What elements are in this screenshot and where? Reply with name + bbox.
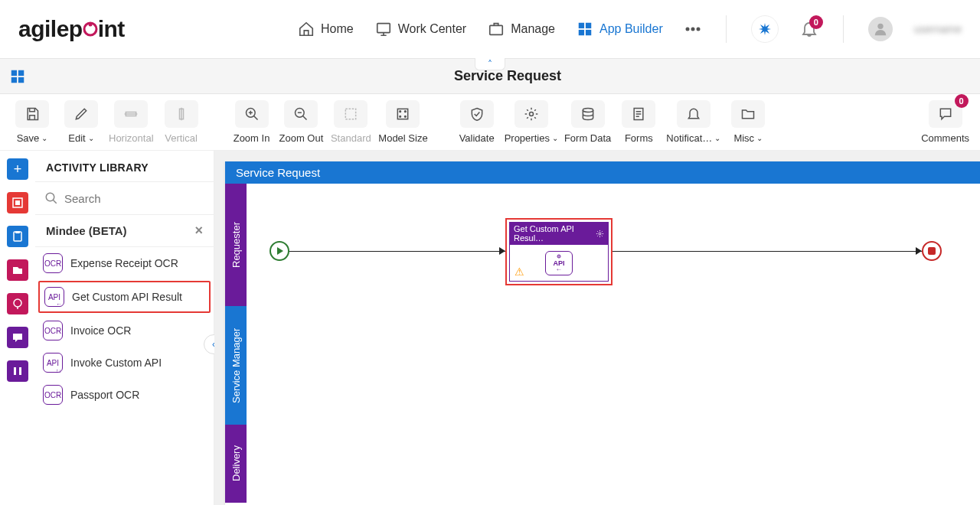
rail-item-2[interactable] bbox=[7, 226, 28, 247]
spinner-icon bbox=[757, 21, 773, 37]
end-node[interactable] bbox=[922, 241, 942, 261]
properties-button[interactable]: Properties⌄ bbox=[505, 100, 558, 144]
svg-rect-4 bbox=[579, 23, 584, 28]
svg-point-25 bbox=[405, 116, 407, 118]
rail-item-5[interactable] bbox=[7, 327, 28, 348]
close-icon[interactable]: × bbox=[194, 223, 203, 239]
nav-spinner[interactable] bbox=[751, 15, 779, 43]
svg-point-36 bbox=[46, 193, 54, 201]
forms-button[interactable]: Forms bbox=[617, 100, 660, 144]
swimlane-labels: Requester Service Manager Delivery bbox=[225, 184, 247, 503]
activity-node-label: Get Custom API Resul… bbox=[514, 224, 596, 243]
svg-rect-7 bbox=[586, 30, 591, 35]
rail-item-6[interactable] bbox=[7, 360, 28, 382]
nav-app-builder[interactable]: App Builder bbox=[577, 21, 663, 37]
apps-icon bbox=[577, 21, 593, 37]
library-search[interactable] bbox=[35, 181, 214, 215]
library-item-invoke-custom-api[interactable]: API↑↓ Invoke Custom API bbox=[35, 347, 214, 379]
chevron-down-icon: ⌄ bbox=[41, 134, 47, 142]
nav-more[interactable] bbox=[684, 21, 701, 37]
svg-point-8 bbox=[685, 28, 689, 31]
library-item-expense-receipt[interactable]: OCR Expense Receipt OCR bbox=[35, 247, 214, 279]
warning-icon: ⚠ bbox=[514, 266, 524, 278]
svg-rect-5 bbox=[586, 23, 591, 28]
rail-item-3[interactable] bbox=[7, 259, 28, 281]
svg-rect-30 bbox=[15, 200, 20, 205]
lane-delivery[interactable]: Delivery bbox=[225, 425, 247, 503]
user-icon bbox=[872, 21, 889, 37]
bell-icon bbox=[686, 106, 701, 122]
svg-rect-21 bbox=[398, 109, 408, 119]
form-data-button[interactable]: Form Data bbox=[564, 100, 611, 144]
gear-icon[interactable] bbox=[596, 230, 604, 238]
svg-point-37 bbox=[599, 233, 601, 235]
plus-icon: + bbox=[14, 161, 22, 178]
canvas[interactable]: Service Request Requester Service Manage… bbox=[214, 151, 980, 505]
zoom-standard-button[interactable]: Standard bbox=[329, 100, 372, 144]
apps-grid-button[interactable] bbox=[0, 68, 35, 85]
collapse-header-button[interactable]: ˄ bbox=[475, 58, 505, 70]
library-item-invoice-ocr[interactable]: OCR Invoice OCR bbox=[35, 314, 214, 347]
lane-requester[interactable]: Requester bbox=[225, 184, 247, 306]
nav-home-label: Home bbox=[321, 22, 354, 36]
save-button[interactable]: Save⌄ bbox=[11, 100, 54, 144]
api-icon: API ← bbox=[545, 251, 573, 275]
notifications-button[interactable]: Notificat…⌄ bbox=[666, 100, 720, 144]
notif-count: 0 bbox=[809, 15, 823, 29]
comments-count: 0 bbox=[955, 94, 969, 108]
svg-rect-20 bbox=[346, 109, 356, 119]
library-item-get-custom-api[interactable]: API← Get Custom API Result bbox=[38, 281, 211, 313]
nav-work-center[interactable]: Work Center bbox=[375, 21, 467, 37]
svg-point-22 bbox=[400, 111, 401, 112]
chevron-down-icon: ⌄ bbox=[552, 134, 558, 142]
database-icon bbox=[580, 106, 596, 122]
home-icon bbox=[298, 21, 315, 37]
library-item-passport-ocr[interactable]: OCR Passport OCR bbox=[35, 379, 214, 411]
monitor-icon bbox=[375, 21, 392, 37]
lane-content[interactable]: Get Custom API Resul… ⚠ API ← bbox=[247, 184, 980, 503]
align-horizontal-button[interactable]: Horizontal bbox=[109, 100, 154, 144]
misc-button[interactable]: Misc⌄ bbox=[727, 100, 769, 144]
folder-icon bbox=[740, 106, 756, 122]
edit-button[interactable]: Edit⌄ bbox=[60, 100, 103, 144]
chevron-up-icon: ˄ bbox=[488, 59, 492, 70]
logo-dot-icon bbox=[83, 21, 98, 37]
comments-button[interactable]: 0 Comments bbox=[921, 100, 969, 144]
validate-button[interactable]: Validate bbox=[456, 100, 498, 144]
avatar[interactable] bbox=[868, 17, 893, 41]
nav-separator-2 bbox=[843, 15, 844, 43]
rail-item-1[interactable] bbox=[7, 192, 28, 213]
library-item-label: Get Custom API Result bbox=[72, 291, 182, 303]
ocr-icon: OCR bbox=[43, 321, 63, 340]
zoom-in-button[interactable]: Zoom In bbox=[230, 100, 273, 144]
canvas-title: Service Request bbox=[225, 161, 980, 184]
subheader: ˄ Service Request bbox=[0, 59, 980, 94]
svg-rect-34 bbox=[14, 367, 16, 375]
activity-node-get-custom-api[interactable]: Get Custom API Resul… ⚠ API ← bbox=[505, 218, 612, 285]
briefcase-icon bbox=[488, 21, 505, 37]
align-horizontal-icon bbox=[123, 106, 139, 122]
search-input[interactable] bbox=[64, 192, 210, 205]
rail-add-button[interactable]: + bbox=[7, 158, 28, 180]
ocr-icon: OCR bbox=[43, 253, 63, 273]
search-icon bbox=[44, 191, 58, 205]
model-size-button[interactable]: Model Size bbox=[378, 100, 427, 144]
svg-point-24 bbox=[400, 116, 401, 118]
zoom-out-icon bbox=[293, 106, 309, 122]
zoom-in-icon bbox=[244, 106, 260, 122]
lane-service-manager[interactable]: Service Manager bbox=[225, 306, 247, 425]
nav-work-center-label: Work Center bbox=[398, 22, 467, 36]
rail-item-4[interactable] bbox=[7, 293, 28, 314]
zoom-out-button[interactable]: Zoom Out bbox=[279, 100, 324, 144]
library-category[interactable]: Mindee (BETA) × bbox=[35, 215, 214, 247]
nav-home[interactable]: Home bbox=[298, 21, 354, 37]
nav-manage[interactable]: Manage bbox=[488, 21, 555, 37]
align-vertical-button[interactable]: Vertical bbox=[160, 100, 203, 144]
library-item-label: Passport OCR bbox=[70, 389, 139, 401]
nav-notifications[interactable]: 0 bbox=[800, 20, 818, 38]
api-icon: API↑↓ bbox=[43, 353, 63, 373]
model-size-icon bbox=[395, 106, 410, 122]
svg-point-23 bbox=[405, 111, 407, 112]
start-node[interactable] bbox=[270, 241, 289, 261]
ocr-icon: OCR bbox=[43, 385, 63, 405]
